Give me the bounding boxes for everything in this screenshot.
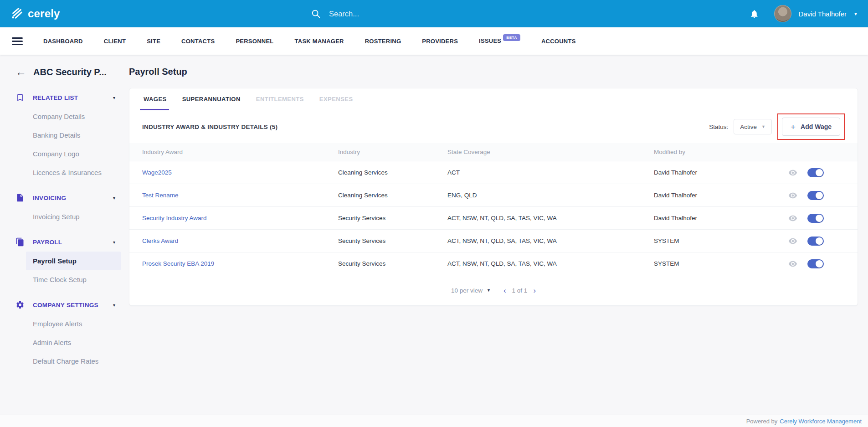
sidebar-item-invoicing-setup[interactable]: Invoicing Setup (0, 207, 121, 226)
chevron-down-icon[interactable]: ▾ (113, 95, 115, 100)
eye-icon[interactable] (788, 191, 797, 200)
nav-item-issues[interactable]: ISSUESBETA (479, 37, 520, 45)
sidebar-item-licences-insurances[interactable]: Licences & Insurances (0, 163, 121, 182)
footer: Powered by Cerely Workforce Management (0, 415, 868, 427)
next-page-chevron-icon[interactable]: › (533, 287, 536, 294)
nav-item-site[interactable]: SITE (147, 38, 160, 45)
nav-item-client[interactable]: CLIENT (104, 38, 126, 45)
notification-bell-icon[interactable] (750, 9, 759, 19)
nav-item-accounts[interactable]: ACCOUNTS (541, 38, 576, 45)
cerely-logo-icon (10, 6, 24, 21)
sidebar-item-banking-details[interactable]: Banking Details (0, 126, 121, 144)
sidebar-section-header-related-list[interactable]: RELATED LIST▾ (0, 91, 121, 104)
sidebar-item-payroll-setup[interactable]: Payroll Setup (26, 252, 121, 270)
back-arrow-icon[interactable]: ← (15, 67, 26, 77)
active-toggle-on[interactable] (807, 259, 824, 268)
plus-icon: + (791, 123, 796, 131)
table-row: Prosek Security EBA 2019Security Service… (129, 252, 858, 275)
sidebar-item-admin-alerts[interactable]: Admin Alerts (0, 333, 121, 352)
sidebar-section-label: INVOICING (33, 195, 66, 201)
pages-icon (15, 237, 25, 247)
tab-expenses[interactable]: EXPENSES (318, 88, 354, 110)
cell-state-coverage: ACT, NSW, NT, QLD, SA, TAS, VIC, WA (447, 260, 654, 267)
pagination: 10 per view ▼ ‹ 1 of 1 › (129, 275, 858, 305)
cell-modified-by: SYSTEM (654, 237, 784, 244)
sidebar-nav: RELATED LIST▾Company DetailsBanking Deta… (0, 91, 121, 370)
topbar: cerely David Thalhofer ▼ (0, 0, 868, 27)
cell-state-coverage: ACT (447, 169, 654, 176)
industry-award-link[interactable]: Wage2025 (142, 169, 172, 176)
powered-by-text: Powered by (746, 418, 778, 425)
status-chevron-down-icon: ▼ (761, 124, 765, 129)
sidebar-section-related-list: RELATED LIST▾Company DetailsBanking Deta… (0, 91, 121, 182)
user-avatar[interactable] (774, 5, 791, 22)
cell-actions (784, 214, 845, 223)
nav-item-label: SITE (147, 38, 160, 45)
nav-item-dashboard[interactable]: DASHBOARD (43, 38, 83, 45)
sidebar-section-header-invoicing[interactable]: INVOICING▾ (0, 191, 121, 204)
active-toggle-on[interactable] (807, 168, 824, 177)
cell-actions (784, 237, 845, 246)
cell-industry: Security Services (338, 260, 447, 267)
cell-actions (784, 191, 845, 200)
topbar-right: David Thalhofer ▼ (750, 5, 858, 22)
sidebar-item-company-details[interactable]: Company Details (0, 107, 121, 126)
per-view-label: 10 per view (451, 287, 483, 294)
panel-actions: Status: Active ▼ + Add Wage (709, 113, 845, 140)
user-menu-chevron-down-icon[interactable]: ▼ (853, 11, 858, 16)
cell-state-coverage: ACT, NSW, NT, QLD, SA, TAS, VIC, WA (447, 237, 654, 244)
sidebar-item-company-logo[interactable]: Company Logo (0, 144, 121, 163)
eye-icon[interactable] (788, 168, 797, 177)
industry-award-link[interactable]: Clerks Award (142, 237, 178, 244)
industry-award-link[interactable]: Prosek Security EBA 2019 (142, 260, 214, 267)
chevron-down-icon[interactable]: ▾ (113, 303, 115, 308)
company-title: ABC Security P... (33, 67, 107, 77)
active-toggle-on[interactable] (807, 191, 824, 200)
nav-item-task-manager[interactable]: TASK MANAGER (295, 38, 344, 45)
gear-icon (15, 300, 25, 309)
user-name[interactable]: David Thalhofer (798, 10, 847, 18)
industry-award-link[interactable]: Security Industry Award (142, 215, 207, 221)
tab-wages[interactable]: WAGES (142, 88, 168, 110)
industry-award-link[interactable]: Test Rename (142, 192, 179, 199)
sidebar: ← ABC Security P... RELATED LIST▾Company… (0, 55, 121, 415)
hamburger-menu-icon[interactable] (12, 37, 23, 45)
footer-brand-link[interactable]: Cerely Workforce Management (780, 418, 862, 425)
column-header-state-coverage: State Coverage (447, 149, 654, 155)
cell-actions (784, 168, 845, 177)
logo-text: cerely (28, 7, 60, 20)
per-view-dropdown[interactable]: 10 per view ▼ (451, 287, 491, 294)
sidebar-section-header-company-settings[interactable]: COMPANY SETTINGS▾ (0, 298, 121, 311)
previous-page-chevron-icon[interactable]: ‹ (503, 287, 506, 294)
add-wage-button[interactable]: + Add Wage (782, 118, 840, 136)
sidebar-item-employee-alerts[interactable]: Employee Alerts (0, 314, 121, 333)
active-toggle-on[interactable] (807, 237, 824, 246)
sidebar-section-header-payroll[interactable]: PAYROLL▾ (0, 236, 121, 248)
chevron-down-icon[interactable]: ▾ (113, 240, 115, 245)
sidebar-section-label: PAYROLL (33, 239, 62, 246)
column-header-modified-by: Modified by (654, 149, 784, 155)
cell-industry-award: Prosek Security EBA 2019 (142, 260, 338, 267)
tab-superannuation[interactable]: SUPERANNUATION (181, 88, 242, 110)
nav-item-rostering[interactable]: ROSTERING (365, 38, 401, 45)
nav-item-personnel[interactable]: PERSONNEL (236, 38, 273, 45)
eye-icon[interactable] (788, 237, 797, 246)
nav-item-providers[interactable]: PROVIDERS (422, 38, 458, 45)
tab-entitlements[interactable]: ENTITLEMENTS (255, 88, 305, 110)
status-dropdown[interactable]: Active ▼ (734, 119, 772, 134)
search-input[interactable] (329, 10, 434, 18)
active-toggle-on[interactable] (807, 214, 824, 223)
payroll-setup-card: WAGESSUPERANNUATIONENTITLEMENTSEXPENSES … (129, 88, 858, 306)
nav-item-contacts[interactable]: CONTACTS (181, 38, 215, 45)
main-panel: Payroll Setup WAGESSUPERANNUATIONENTITLE… (121, 55, 868, 415)
nav-item-label: TASK MANAGER (295, 38, 344, 45)
chevron-down-icon[interactable]: ▾ (113, 195, 115, 201)
table-row: Security Industry AwardSecurity Services… (129, 207, 858, 230)
cell-state-coverage: ENG, QLD (447, 192, 654, 199)
cell-industry-award: Security Industry Award (142, 215, 338, 221)
eye-icon[interactable] (788, 214, 797, 223)
cerely-logo[interactable]: cerely (10, 6, 60, 21)
sidebar-item-time-clock-setup[interactable]: Time Clock Setup (0, 270, 121, 289)
eye-icon[interactable] (788, 259, 797, 268)
sidebar-item-default-charge-rates[interactable]: Default Charge Rates (0, 352, 121, 370)
